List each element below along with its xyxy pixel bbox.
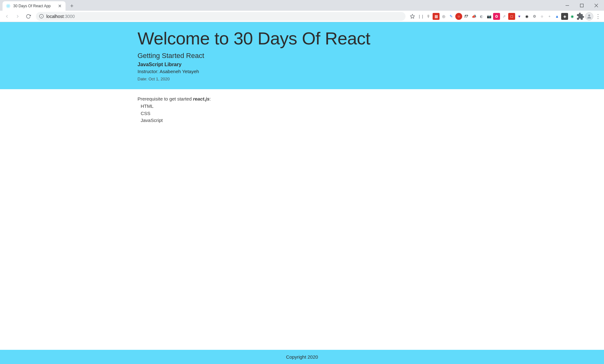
window-minimize-button[interactable] — [560, 0, 574, 11]
extension-row: ❘❘ 🎙 ▦ ◎ ✎ ○ f? 📣 ◐ 📷 ✿ ⇗ □ ♥ ◉ ⚙ ○ ⚬ ▲ … — [417, 13, 576, 20]
library-label: JavaScript Library — [138, 62, 467, 67]
extension-icon[interactable]: ⇗ — [501, 13, 508, 20]
prereq-text: Prerequisite to get started react.js: — [138, 96, 467, 101]
extension-icon[interactable]: ⚬ — [546, 13, 553, 20]
instructor-label: Instructor: Asabeneh Yetayeh — [138, 69, 467, 74]
extension-icon[interactable]: f? — [463, 13, 470, 20]
page-viewport: Welcome to 30 Days Of React Getting Star… — [0, 22, 604, 364]
extension-icon[interactable]: ▲ — [554, 13, 561, 20]
bookmark-star-icon[interactable] — [408, 12, 417, 21]
window-maximize-button[interactable] — [574, 0, 589, 11]
extension-icon[interactable]: ◎ — [440, 13, 447, 20]
extension-icon[interactable]: ✎ — [448, 13, 455, 20]
react-favicon-icon — [6, 3, 11, 9]
new-tab-button[interactable]: + — [67, 2, 76, 10]
prereq-list: HTML CSS JavaScript — [138, 103, 467, 124]
extension-icon[interactable]: ◈ — [561, 13, 568, 20]
url-port: :3000 — [64, 14, 75, 19]
nav-back-button[interactable] — [2, 11, 12, 21]
svg-rect-5 — [580, 4, 583, 7]
site-info-icon[interactable] — [39, 14, 44, 19]
list-item: JavaScript — [141, 117, 467, 124]
page-title: Welcome to 30 Days Of React — [138, 28, 467, 49]
url-text: localhost:3000 — [46, 14, 75, 19]
svg-point-12 — [588, 14, 590, 16]
browser-toolbar: localhost:3000 ❘❘ 🎙 ▦ ◎ ✎ ○ f? 📣 ◐ 📷 ✿ ⇗… — [0, 11, 604, 22]
extension-icon[interactable]: ⚙ — [531, 13, 538, 20]
nav-reload-button[interactable] — [23, 11, 33, 21]
svg-point-0 — [8, 6, 9, 6]
svg-marker-11 — [410, 14, 414, 18]
copyright-text: Copyright 2020 — [0, 354, 604, 360]
window-controls — [560, 0, 604, 11]
profile-avatar-icon[interactable] — [585, 12, 593, 20]
address-bar[interactable]: localhost:3000 — [36, 12, 406, 21]
extension-icon[interactable]: ♥ — [516, 13, 523, 20]
extension-icon[interactable]: ○ — [538, 13, 545, 20]
extensions-puzzle-icon[interactable] — [576, 12, 584, 20]
extension-icon[interactable]: ❘❘ — [417, 13, 424, 20]
page-header: Welcome to 30 Days Of React Getting Star… — [0, 22, 604, 89]
browser-tab[interactable]: 30 Days Of React App ✕ — [3, 1, 66, 11]
extension-icon[interactable]: ▦ — [433, 13, 440, 20]
page-main: Prerequisite to get started react.js: HT… — [0, 89, 604, 350]
list-item: HTML — [141, 103, 467, 110]
page-footer: Copyright 2020 — [0, 350, 604, 364]
extension-icon[interactable]: ◐ — [478, 13, 485, 20]
nav-forward-button[interactable] — [13, 11, 23, 21]
extension-icon[interactable]: ✿ — [493, 13, 500, 20]
extension-icon[interactable]: 📷 — [486, 13, 492, 20]
extension-icon[interactable]: 📣 — [470, 13, 477, 20]
extension-icon[interactable]: □ — [508, 13, 515, 20]
tab-strip: 30 Days Of React App ✕ + — [0, 0, 604, 11]
prereq-prefix: Prerequisite to get started — [138, 96, 193, 101]
browser-chrome: 30 Days Of React App ✕ + localhost:3000 … — [0, 0, 604, 22]
browser-menu-icon[interactable]: ⋮ — [594, 12, 602, 20]
extension-icon[interactable]: ○ — [455, 13, 462, 20]
window-close-button[interactable] — [589, 0, 603, 11]
extension-icon[interactable]: ◉ — [523, 13, 530, 20]
extension-icon[interactable]: ◉ — [569, 13, 576, 20]
prereq-suffix: : — [210, 96, 211, 101]
prereq-em: react.js — [193, 96, 210, 101]
tab-title: 30 Days Of React App — [13, 4, 55, 8]
tab-close-icon[interactable]: ✕ — [57, 3, 62, 9]
date-label: Date: Oct 1, 2020 — [138, 77, 170, 81]
list-item: CSS — [141, 110, 467, 117]
page-subtitle: Getting Started React — [138, 52, 467, 60]
extension-icon[interactable]: 🎙 — [425, 13, 432, 20]
url-host: localhost — [46, 14, 64, 19]
